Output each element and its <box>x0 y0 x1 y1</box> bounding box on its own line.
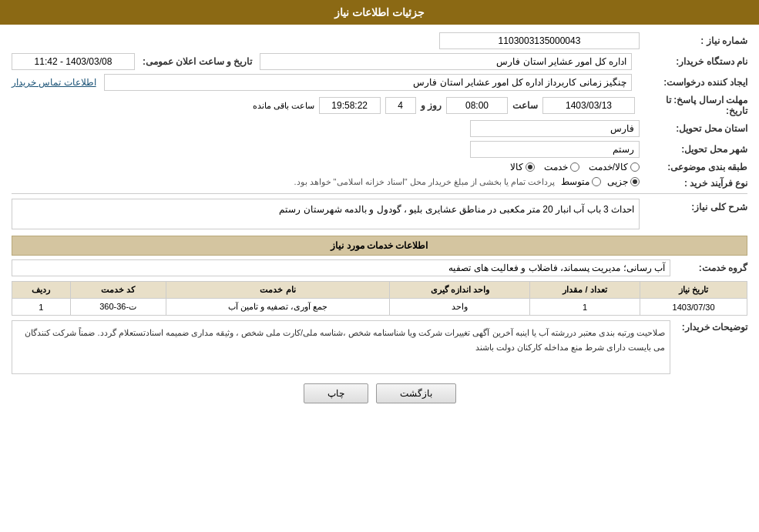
province-label: استان محل تحویل: <box>640 123 747 134</box>
service-group-label: گروه خدمت: <box>670 263 747 273</box>
table-cell-4: ت-36-360 <box>70 299 166 316</box>
table-cell-5: 1 <box>12 299 71 316</box>
notes-label: توضیحات خریدار: <box>670 320 747 333</box>
process-motavaset-label: متوسط <box>561 176 589 187</box>
contact-link[interactable]: اطلاعات تماس خریدار <box>12 77 96 88</box>
deadline-time-label: ساعت <box>512 100 538 111</box>
col-unit: واحد اندازه گیری <box>390 282 530 299</box>
city-label: شهر محل تحویل: <box>640 144 747 155</box>
deadline-remain-label: ساعت باقی مانده <box>253 101 314 111</box>
category-khedmat-option[interactable]: خدمت <box>544 162 579 172</box>
col-row-num: ردیف <box>12 282 71 299</box>
buyer-org-value: اداره کل امور عشایر استان فارس <box>260 53 632 70</box>
table-cell-2: واحد <box>390 299 530 316</box>
need-number-value: 1103003135000043 <box>439 32 640 49</box>
process-motavaset-option[interactable]: متوسط <box>561 176 601 187</box>
table-row: 1403/07/301واحدجمع آوری، تصفیه و تامین آ… <box>12 299 747 316</box>
col-service-code: کد خدمت <box>70 282 166 299</box>
col-date: تاریخ نیاز <box>640 282 747 299</box>
category-kala-radio <box>526 162 535 172</box>
table-cell-3: جمع آوری، تصفیه و تامین آب <box>166 299 389 316</box>
category-khedmat-radio <box>570 162 579 172</box>
deadline-days-label: روز و <box>421 100 442 111</box>
need-number-label: شماره نیاز : <box>640 35 747 46</box>
service-group-value: آب رسانی؛ مدیریت پسماند، فاضلاب و فعالیت… <box>12 259 670 276</box>
deadline-days: 4 <box>385 97 416 114</box>
province-value: فارس <box>470 120 640 137</box>
category-label: طبقه بندی موضوعی: <box>640 162 747 172</box>
category-kala-option[interactable]: کالا <box>510 162 535 172</box>
announcement-date-label: تاریخ و ساعت اعلان عمومی: <box>143 56 252 67</box>
buyer-org-label: نام دستگاه خریدار: <box>640 56 747 67</box>
announcement-date-value: 1403/03/08 - 11:42 <box>12 53 135 70</box>
process-jozvi-option[interactable]: جزیی <box>607 176 640 187</box>
process-motavaset-radio <box>592 177 601 186</box>
notes-value: صلاحیت ورتبه بندی معتبر دررشته آب یا این… <box>12 320 670 374</box>
deadline-remain: 19:58:22 <box>319 97 381 114</box>
process-description: پرداخت تمام یا بخشی از مبلغ خریدار محل "… <box>294 177 555 187</box>
deadline-date: 1403/03/13 <box>542 97 635 114</box>
page-header: جزئیات اطلاعات نیاز <box>0 0 759 25</box>
table-cell-1: 1 <box>529 299 640 316</box>
category-kala-label: کالا <box>510 162 523 172</box>
creator-value: چنگیز زمانی کاربرداز اداره کل امور عشایر… <box>104 74 632 91</box>
col-qty: تعداد / مقدار <box>529 282 640 299</box>
process-label: نوع فرآیند خرید : <box>640 176 747 189</box>
category-kala-khedmat-radio <box>630 162 640 172</box>
deadline-label: مهلت ارسال پاسخ: تا تاریخ: <box>640 95 747 116</box>
process-jozvi-label: جزیی <box>607 176 628 187</box>
description-value: احداث 3 باب آب انبار 20 متر مکعبی در منا… <box>12 199 640 229</box>
table-cell-0: 1403/07/30 <box>640 299 747 316</box>
category-khedmat-label: خدمت <box>544 162 568 172</box>
col-service-name: نام خدمت <box>166 282 389 299</box>
creator-label: ایجاد کننده درخواست: <box>640 77 747 88</box>
print-button[interactable]: چاپ <box>304 383 368 403</box>
city-value: رستم <box>470 141 640 158</box>
category-kala-khedmat-option[interactable]: کالا/خدمت <box>589 162 640 172</box>
deadline-time: 08:00 <box>446 97 508 114</box>
process-jozvi-radio <box>630 177 640 186</box>
footer-buttons: بازگشت چاپ <box>12 383 747 403</box>
services-section-title: اطلاعات خدمات مورد نیاز <box>12 236 747 256</box>
category-kala-khedmat-label: کالا/خدمت <box>589 162 628 172</box>
items-table: تاریخ نیاز تعداد / مقدار واحد اندازه گیر… <box>12 281 747 316</box>
back-button[interactable]: بازگشت <box>376 383 456 403</box>
description-label: شرح کلی نیاز: <box>640 199 747 212</box>
